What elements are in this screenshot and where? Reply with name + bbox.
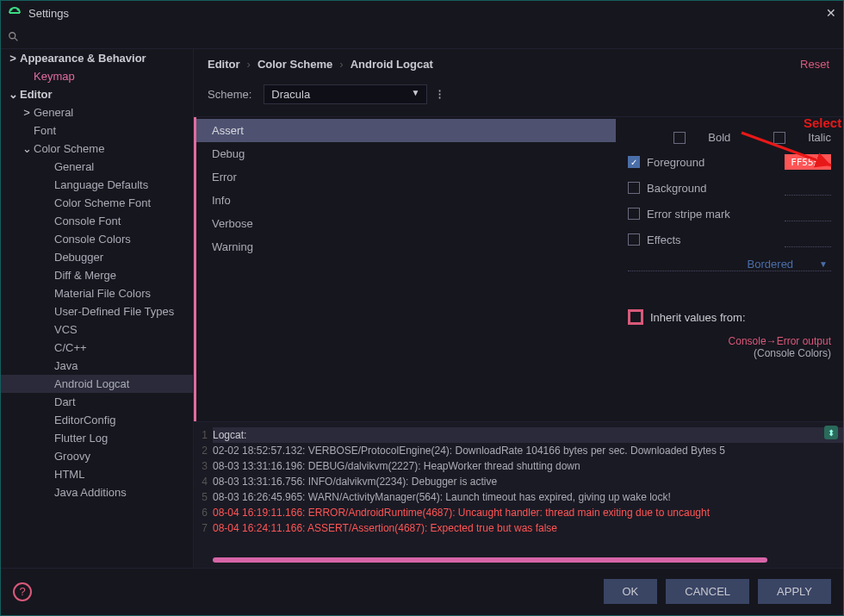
- attribute-panel: Select Color Bold Italic Foreground: [616, 117, 843, 421]
- sidebar-item-material-file-colors[interactable]: Material File Colors: [1, 284, 193, 302]
- errorstripe-color-swatch[interactable]: [785, 206, 831, 221]
- sidebar-item-flutter-log[interactable]: Flutter Log: [1, 429, 193, 447]
- sidebar-item-java-additions[interactable]: Java Additions: [1, 483, 193, 501]
- sidebar-item-keymap[interactable]: Keymap: [1, 67, 193, 85]
- background-checkbox[interactable]: [628, 182, 640, 194]
- reset-link[interactable]: Reset: [800, 58, 829, 71]
- sidebar-item-c-c-[interactable]: C/C++: [1, 339, 193, 357]
- preview-line: 08-03 16:26:45.965: WARN/ActivityManager…: [213, 489, 843, 505]
- window-title: Settings: [28, 7, 69, 20]
- italic-checkbox[interactable]: [773, 132, 785, 144]
- foreground-color-swatch[interactable]: FF5555: [785, 154, 831, 170]
- inherit-link[interactable]: Console→Error output: [628, 335, 831, 347]
- sidebar-item-android-logcat[interactable]: Android Logcat: [1, 375, 193, 393]
- sidebar-item-appearance-behavior[interactable]: >Appearance & Behavior: [1, 49, 193, 67]
- loglevel-error[interactable]: Error: [196, 165, 616, 189]
- titlebar: Settings ✕: [1, 1, 843, 25]
- gear-icon[interactable]: ⁝: [438, 86, 442, 103]
- sidebar-item-general[interactable]: >General: [1, 103, 193, 121]
- breadcrumb: Editor › Color Scheme › Android Logcat R…: [194, 49, 843, 79]
- sidebar-item-color-scheme[interactable]: ⌄Color Scheme: [1, 140, 193, 158]
- loglevel-list: AssertDebugErrorInfoVerboseWarning: [194, 117, 616, 421]
- loglevel-debug[interactable]: Debug: [196, 142, 616, 165]
- preview-line: 02-02 18:52:57.132: VERBOSE/ProtocolEngi…: [213, 443, 843, 458]
- sidebar-item-general[interactable]: General: [1, 158, 193, 176]
- search-icon: [8, 31, 20, 43]
- preview-scrollbar[interactable]: [213, 557, 767, 563]
- sidebar-item-dart[interactable]: Dart: [1, 393, 193, 411]
- sidebar-item-editorconfig[interactable]: EditorConfig: [1, 411, 193, 429]
- close-icon[interactable]: ✕: [826, 6, 836, 20]
- loglevel-warning[interactable]: Warning: [196, 235, 616, 258]
- sidebar-item-color-scheme-font[interactable]: Color Scheme Font: [1, 194, 193, 212]
- inherit-checkbox[interactable]: [628, 309, 643, 325]
- preview-line: 08-04 16:19:11.166: ERROR/AndroidRuntime…: [213, 505, 843, 520]
- scheme-select[interactable]: Dracula ▼: [264, 84, 427, 104]
- crumb-editor[interactable]: Editor: [208, 58, 240, 71]
- inherit-sub: (Console Colors): [628, 347, 831, 359]
- background-color-swatch[interactable]: [785, 180, 831, 196]
- errorstripe-checkbox[interactable]: [628, 208, 640, 220]
- chevron-down-icon: ▼: [819, 259, 828, 269]
- svg-rect-0: [9, 12, 20, 14]
- crumb-colorscheme[interactable]: Color Scheme: [258, 58, 332, 71]
- sidebar-item-language-defaults[interactable]: Language Defaults: [1, 176, 193, 194]
- ok-button[interactable]: OK: [604, 579, 658, 604]
- svg-line-4: [15, 37, 18, 40]
- preview-line: 08-03 13:31:16.196: DEBUG/dalvikvm(2227)…: [213, 458, 843, 474]
- sidebar-item-html[interactable]: HTML: [1, 465, 193, 483]
- sidebar-item-user-defined-file-types[interactable]: User-Defined File Types: [1, 302, 193, 320]
- preview-pane: ⬍ 1234567 Logcat:02-02 18:52:57.132: VER…: [194, 421, 843, 568]
- apply-button[interactable]: APPLY: [758, 579, 831, 604]
- effects-checkbox[interactable]: [628, 233, 640, 246]
- sidebar-item-groovy[interactable]: Groovy: [1, 447, 193, 465]
- sidebar-item-font[interactable]: Font: [1, 121, 193, 140]
- preview-line: 08-04 16:24:11.166: ASSERT/Assertion(468…: [213, 520, 843, 536]
- foreground-checkbox[interactable]: [628, 156, 640, 168]
- search-input[interactable]: [1, 25, 843, 49]
- sidebar-item-vcs[interactable]: VCS: [1, 320, 193, 339]
- chevron-down-icon: ▼: [411, 88, 419, 101]
- sidebar-item-editor[interactable]: ⌄Editor: [1, 85, 193, 103]
- app-logo-icon: [8, 6, 22, 20]
- preview-line: 08-03 13:31:16.756: INFO/dalvikvm(2234):…: [213, 474, 843, 489]
- crumb-logcat[interactable]: Android Logcat: [351, 58, 433, 71]
- svg-point-3: [9, 32, 16, 38]
- analyze-icon[interactable]: ⬍: [824, 426, 838, 439]
- loglevel-assert[interactable]: Assert: [196, 119, 616, 142]
- sidebar-item-diff-merge[interactable]: Diff & Merge: [1, 266, 193, 284]
- scheme-label: Scheme:: [208, 88, 251, 101]
- cancel-button[interactable]: CANCEL: [666, 579, 749, 604]
- loglevel-info[interactable]: Info: [196, 189, 616, 212]
- settings-tree: >Appearance & BehaviorKeymap⌄Editor>Gene…: [1, 49, 194, 568]
- effects-color-swatch[interactable]: [785, 232, 831, 247]
- sidebar-item-debugger[interactable]: Debugger: [1, 248, 193, 266]
- loglevel-verbose[interactable]: Verbose: [196, 212, 616, 235]
- sidebar-item-console-font[interactable]: Console Font: [1, 212, 193, 230]
- help-button[interactable]: ?: [13, 582, 32, 601]
- sidebar-item-java[interactable]: Java: [1, 357, 193, 375]
- bold-checkbox[interactable]: [673, 132, 686, 144]
- sidebar-item-console-colors[interactable]: Console Colors: [1, 230, 193, 248]
- effects-type-select[interactable]: Bordered ▼: [628, 258, 831, 271]
